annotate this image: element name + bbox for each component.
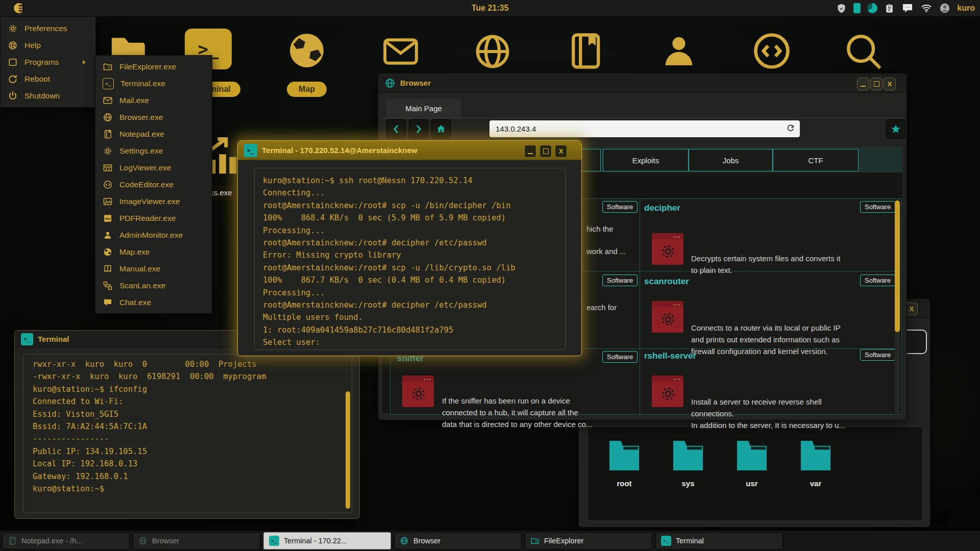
wifi-icon[interactable] — [920, 3, 933, 14]
submenu-item-manual[interactable]: Manual.exe — [95, 260, 212, 277]
remote-terminal-close-button[interactable]: X — [555, 145, 567, 158]
url-text: 143.0.243.4 — [496, 120, 536, 137]
browser-scrollbar-thumb[interactable] — [895, 201, 900, 332]
software-app-icon: ••• — [652, 375, 683, 407]
browser-close-button[interactable]: X — [884, 78, 896, 90]
desktop-icon-map[interactable] — [284, 28, 330, 73]
taskbar-item-local-terminal[interactable]: Terminal — [655, 532, 783, 549]
browser-url-bar[interactable]: 143.0.243.4 — [489, 120, 800, 137]
battery-icon[interactable] — [853, 3, 861, 13]
desktop: >_ Terminal Map ks.exe X root sys usr — [0, 0, 980, 551]
submenu-item-adminmonitor[interactable]: AdminMonitor.exe — [95, 227, 212, 243]
browser-back-button[interactable] — [386, 119, 406, 139]
desktop-icon-mail[interactable] — [379, 32, 423, 71]
software-badge: Software — [602, 351, 638, 363]
desktop-icon-codeeditor[interactable] — [748, 29, 795, 73]
desktop-icon-map-label[interactable]: Map — [287, 82, 327, 97]
terminal-scrollbar-thumb[interactable] — [346, 391, 350, 509]
submenu-item-terminal[interactable]: Terminal.exe — [95, 75, 212, 92]
submenu-item-label: Settings.exe — [119, 146, 163, 156]
menu-item-label: Programs — [24, 58, 59, 67]
submenu-item-label: Manual.exe — [119, 264, 160, 273]
menu-item-shutdown[interactable]: Shutdown — [1, 87, 95, 104]
globe-icon — [103, 112, 113, 122]
desc-fragment: hich the — [586, 224, 614, 233]
avatar-icon[interactable] — [939, 3, 950, 14]
site-tab-ctf[interactable]: CTF — [773, 149, 859, 171]
software-badge: Software — [860, 349, 895, 361]
terminal-icon — [661, 536, 671, 546]
life-ring-icon — [8, 40, 18, 51]
notepad-icon — [564, 30, 606, 72]
fileexplorer-close-button[interactable]: X — [905, 303, 918, 315]
taskbar-item-browser-2[interactable]: Browser — [394, 532, 522, 549]
folder-icon — [608, 439, 640, 472]
menu-item-programs[interactable]: Programs — [1, 54, 95, 70]
submenu-item-codeeditor[interactable]: CodeEditor.exe — [95, 176, 212, 193]
software-title[interactable]: rshell-server — [644, 351, 696, 361]
remote-terminal-output[interactable]: kuro@station:~$ ssh root@Nessn 170.220.5… — [254, 168, 566, 350]
browser-bookmark-button[interactable] — [886, 119, 905, 139]
submenu-item-pdfreader[interactable]: PDFReader.exe — [95, 210, 212, 227]
taskbar-item-label: Terminal — [676, 537, 704, 545]
taskbar-item-browser-1[interactable]: Browser — [133, 532, 260, 549]
terminal-line: Connecting... — [263, 187, 565, 199]
desktop-icon-search[interactable] — [841, 30, 886, 73]
refresh-icon[interactable] — [786, 123, 796, 134]
terminal-line: Multiple users found. — [263, 311, 565, 323]
submenu-item-label: PDFReader.exe — [119, 214, 176, 223]
app-icon-dots: ••• — [424, 377, 432, 382]
shield-check-icon[interactable] — [836, 3, 847, 14]
browser-tab-main-page[interactable]: Main Page — [386, 99, 461, 118]
browser-titlebar[interactable]: Browser — [378, 73, 906, 93]
submenu-item-imageviewer[interactable]: ImageViewer.exe — [95, 193, 212, 210]
browser-forward-button[interactable] — [409, 119, 428, 139]
folder-grid-icon — [103, 62, 113, 72]
desc-fragment: earch for — [586, 303, 617, 312]
power-icon — [8, 91, 18, 101]
browser-minimize-button[interactable] — [857, 78, 869, 90]
submenu-item-scanlan[interactable]: ScanLan.exe — [95, 277, 212, 294]
folder-item[interactable]: root — [599, 439, 650, 488]
submenu-item-browser[interactable]: Browser.exe — [95, 109, 212, 126]
disk-usage-icon[interactable] — [867, 3, 877, 13]
remote-terminal-maximize-button[interactable] — [540, 145, 552, 158]
submenu-item-map[interactable]: Map.exe — [95, 243, 212, 260]
site-tab-jobs[interactable]: Jobs — [689, 149, 773, 171]
taskbar-item-remote-terminal[interactable]: Terminal - 170.22... — [263, 532, 391, 549]
clipboard-icon[interactable] — [884, 3, 895, 14]
submenu-item-notepad[interactable]: Notepad.exe — [95, 126, 212, 142]
terminal-line: kuro@station:~$ ssh root@Nessn 170.220.5… — [263, 174, 565, 187]
menu-item-preferences[interactable]: Preferences — [1, 20, 95, 37]
menu-item-help[interactable]: Help — [1, 37, 95, 54]
submenu-item-chat[interactable]: Chat.exe — [95, 294, 212, 311]
minimize-icon — [861, 86, 866, 87]
desktop-icon-notepad[interactable] — [564, 30, 606, 72]
software-title[interactable]: scanrouter — [644, 277, 689, 287]
messages-icon[interactable] — [901, 2, 914, 14]
software-badge: Software — [860, 201, 895, 213]
taskbar: Notepad.exe - /h... Browser Terminal - 1… — [0, 530, 980, 551]
folder-label: var — [790, 479, 841, 488]
folder-grid-icon — [530, 536, 540, 545]
submenu-item-logviewer[interactable]: LogViewer.exe — [95, 159, 212, 176]
terminal-line: rwxr-xr-x kuro kuro 0 00:00 Projects — [33, 358, 352, 370]
submenu-item-settings[interactable]: Settings.exe — [95, 142, 212, 159]
local-terminal-output[interactable]: rwxr-xr-x kuro kuro 0 00:00 Projects -rw… — [23, 354, 352, 513]
desktop-icon-adminmonitor[interactable] — [656, 30, 701, 72]
taskbar-item-fileexplorer[interactable]: FileExplorer — [525, 532, 652, 549]
top-bar: Tue 21:35 kuro — [0, 0, 980, 16]
desktop-icon-browser[interactable] — [471, 31, 514, 72]
software-title[interactable]: decipher — [644, 203, 680, 213]
taskbar-item-label: FileExplorer — [544, 537, 583, 545]
browser-home-button[interactable] — [431, 119, 451, 139]
taskbar-item-notepad[interactable]: Notepad.exe - /h... — [2, 532, 130, 549]
terminal-line: root@Amerstaincknew:/root# scp -u /lib/c… — [263, 262, 565, 274]
remote-terminal-minimize-button[interactable] — [524, 145, 536, 158]
terminal-line: ---------------- — [33, 433, 352, 445]
browser-maximize-button[interactable] — [870, 78, 883, 90]
submenu-item-mail[interactable]: Mail.exe — [95, 92, 212, 109]
submenu-item-fileexplorer[interactable]: FileExplorer.exe — [95, 58, 212, 75]
menu-item-reboot[interactable]: Reboot — [1, 70, 95, 87]
site-tab-exploits[interactable]: Exploits — [603, 149, 689, 171]
